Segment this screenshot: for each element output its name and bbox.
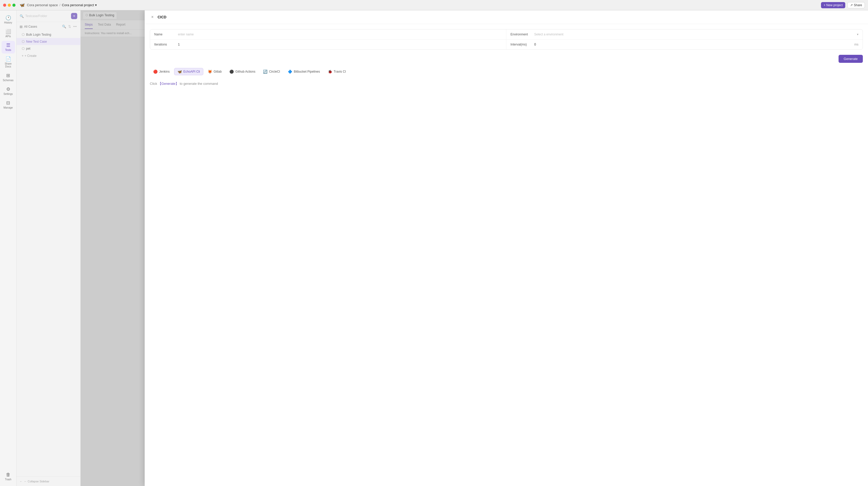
manage-icon: ⊟ bbox=[6, 101, 10, 105]
all-cases-header: ▤ All Cases 🔍 ⇅ ••• bbox=[17, 22, 80, 31]
github-actions-tab[interactable]: ⚫ Github Actions bbox=[226, 68, 258, 75]
interval-label: Interval(ms) bbox=[510, 42, 531, 46]
sidebar-item-share-docs[interactable]: 📄 Share Docs bbox=[2, 55, 15, 70]
schemas-icon: ⊞ bbox=[6, 73, 10, 78]
sidebar-item-apis[interactable]: ⬜ APIs bbox=[2, 27, 15, 40]
search-input[interactable] bbox=[25, 14, 69, 18]
environment-select[interactable]: Select a environment bbox=[534, 33, 859, 36]
plus-icon: + bbox=[22, 54, 24, 58]
tl-close[interactable] bbox=[3, 4, 6, 7]
iterations-input[interactable] bbox=[178, 42, 502, 46]
sidebar-item-tests[interactable]: ☰ Tests bbox=[2, 41, 15, 54]
list-item-pet[interactable]: ⬡ pet bbox=[17, 45, 80, 52]
close-button[interactable]: × bbox=[150, 15, 155, 20]
tests-icon: ☰ bbox=[6, 43, 10, 48]
more-icon[interactable]: ••• bbox=[72, 24, 77, 29]
breadcrumb: Cora personal space / Cora personal proj… bbox=[27, 3, 97, 7]
breadcrumb-sep: / bbox=[59, 3, 60, 7]
tl-maximize[interactable] bbox=[12, 4, 16, 7]
cases-icon: ▤ bbox=[20, 25, 23, 28]
section-actions: 🔍 ⇅ ••• bbox=[61, 24, 77, 29]
echoapi-cli-tab[interactable]: 🦋 EchoAPI Cli bbox=[174, 68, 203, 75]
sidebar-item-schemas[interactable]: ⊞ Schemas bbox=[2, 71, 15, 84]
interval-cell: Interval(ms) ms bbox=[506, 39, 863, 49]
sidebar-item-label: Share Docs bbox=[3, 62, 14, 68]
breadcrumb-project[interactable]: Cora personal project ▾ bbox=[62, 3, 97, 7]
command-placeholder: Click 【Generate】 to generate the command bbox=[150, 79, 863, 88]
ms-unit-label: ms bbox=[854, 42, 859, 46]
sort-icon[interactable]: ⇅ bbox=[68, 24, 71, 29]
add-testcase-button[interactable]: + bbox=[71, 13, 77, 19]
generate-button[interactable]: Generate bbox=[839, 55, 863, 63]
apis-icon: ⬜ bbox=[5, 29, 11, 34]
sidebar-item-history[interactable]: 🕐 History bbox=[2, 13, 15, 26]
list-item-label: New Test Case bbox=[26, 40, 47, 44]
environment-label: Environment bbox=[510, 33, 531, 36]
sidebar-item-label: History bbox=[4, 21, 12, 24]
list-item-new-test[interactable]: ⬡ New Test Case bbox=[17, 38, 80, 45]
list-item-label: Bulk Login Testing bbox=[26, 33, 51, 36]
list-item-label: pet bbox=[26, 47, 30, 50]
trash-icon: 🗑 bbox=[6, 472, 10, 477]
sidebar-item-label: Trash bbox=[5, 478, 11, 481]
cicd-provider-tabs: 🔴 Jenkins 🦋 EchoAPI Cli 🦊 Gitlab ⚫ Githu… bbox=[150, 68, 863, 75]
section-label: All Cases bbox=[24, 25, 37, 28]
search-cases-icon[interactable]: 🔍 bbox=[61, 24, 67, 29]
testcase-icon: ⬡ bbox=[22, 39, 25, 44]
modal-title: CICD bbox=[158, 15, 166, 19]
collapse-icon: ← bbox=[20, 480, 23, 483]
jenkins-tab[interactable]: 🔴 Jenkins bbox=[150, 68, 173, 75]
breadcrumb-space: Cora personal space bbox=[27, 3, 58, 7]
sidebar-search-bar: 🔍 + bbox=[17, 10, 80, 22]
generate-highlight: 【Generate】 bbox=[158, 82, 179, 86]
title-bar: 🦋 Cora personal space / Cora personal pr… bbox=[0, 0, 868, 10]
tl-minimize[interactable] bbox=[8, 4, 11, 7]
create-button[interactable]: + + Create bbox=[17, 52, 80, 60]
environment-cell: Environment Select a environment ▾ bbox=[506, 29, 863, 39]
cicd-form: Name Environment Select a environment ▾ bbox=[150, 29, 863, 50]
share-button[interactable]: ↗ Share bbox=[847, 2, 865, 8]
sidebar-item-label: Tests bbox=[5, 49, 11, 52]
title-bar-actions: + New project ↗ Share bbox=[821, 2, 865, 8]
sidebar-item-settings[interactable]: ⚙ Settings bbox=[2, 85, 15, 97]
new-project-button[interactable]: + New project bbox=[821, 2, 845, 8]
echoapi-icon: 🦋 bbox=[178, 70, 182, 74]
gitlab-tab[interactable]: 🦊 Gitlab bbox=[204, 68, 225, 75]
bitbucket-icon: 🔷 bbox=[288, 70, 292, 74]
name-input[interactable] bbox=[178, 33, 502, 36]
bitbucket-tab[interactable]: 🔷 Bitbucket Pipelines bbox=[284, 68, 323, 75]
sidebar-bottom: ← ← Collapse Sidebar bbox=[17, 477, 80, 486]
github-icon: ⚫ bbox=[229, 70, 234, 74]
cicd-modal: × CICD Name Environment bbox=[145, 10, 868, 486]
circleci-tab[interactable]: 🔄 CircleCI bbox=[259, 68, 283, 75]
name-label: Name bbox=[154, 33, 175, 36]
share-docs-icon: 📄 bbox=[5, 57, 11, 61]
traffic-lights bbox=[3, 4, 16, 7]
sidebar-item-label: Schemas bbox=[3, 79, 14, 82]
sidebar-item-manage[interactable]: ⊟ Manage bbox=[2, 98, 15, 111]
name-cell: Name bbox=[150, 29, 506, 39]
circleci-icon: 🔄 bbox=[263, 70, 268, 74]
sidebar-item-label: APIs bbox=[5, 35, 11, 38]
search-icon: 🔍 bbox=[20, 14, 24, 18]
environment-select-wrapper: Select a environment ▾ bbox=[534, 33, 859, 36]
testcase-icon: ⬡ bbox=[22, 47, 25, 50]
travis-ci-tab[interactable]: 🐞 Travis CI bbox=[324, 68, 349, 75]
collapse-sidebar-button[interactable]: ← ← Collapse Sidebar bbox=[20, 480, 77, 483]
iterations-cell: Iterations bbox=[150, 39, 506, 49]
sidebar-item-label: Settings bbox=[3, 92, 13, 95]
content-area: ⬡ Bulk Login Testing Steps Test Data Rep… bbox=[81, 10, 868, 486]
list-item-bulk-login[interactable]: ⬡ Bulk Login Testing bbox=[17, 31, 80, 38]
sidebar-item-label: Manage bbox=[3, 106, 13, 109]
gitlab-icon: 🦊 bbox=[208, 70, 212, 74]
modal-header: × CICD bbox=[145, 10, 868, 24]
app-logo: 🦋 bbox=[20, 3, 25, 8]
generate-row: Generate bbox=[150, 55, 863, 63]
modal-body: Name Environment Select a environment ▾ bbox=[145, 24, 868, 486]
main-layout: 🕐 History ⬜ APIs ☰ Tests 📄 Share Docs ⊞ … bbox=[0, 10, 868, 486]
iterations-label: Iterations bbox=[154, 42, 175, 46]
sidebar-item-trash[interactable]: 🗑 Trash bbox=[2, 470, 15, 483]
interval-input[interactable] bbox=[534, 42, 850, 46]
jenkins-icon: 🔴 bbox=[153, 70, 158, 74]
travis-icon: 🐞 bbox=[328, 70, 332, 74]
